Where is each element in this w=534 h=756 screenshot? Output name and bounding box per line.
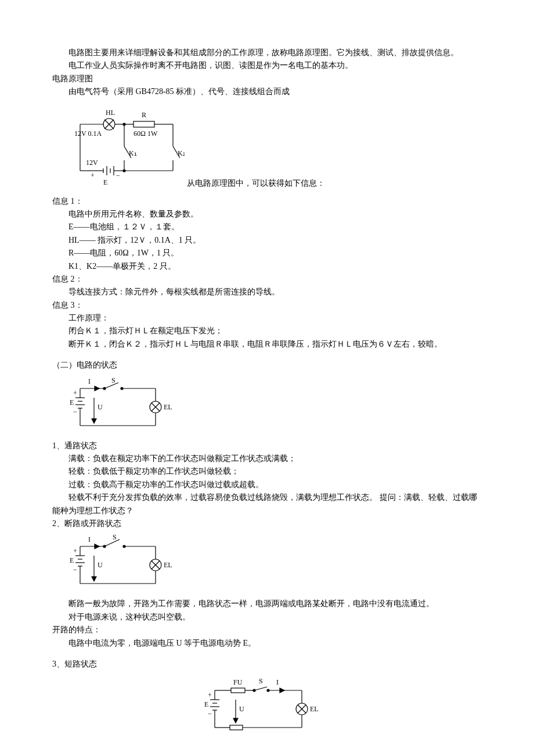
d1-K1: K₁ (129, 149, 137, 157)
info1-p5: K1、K2——单极开关，2 只。 (52, 260, 482, 273)
d1-plus: + (91, 171, 95, 179)
state2-p2: 对于电源来说，这种状态叫空载。 (52, 611, 482, 624)
state1-p4: 轻载不利于充分发挥负载的效率，过载容易使负载过线路烧毁，满载为理想工作状态。 提… (52, 491, 482, 517)
d1-minus: − (116, 171, 120, 179)
d4-minus: − (208, 710, 212, 718)
d3-I: I (88, 535, 91, 543)
d4-S: S (259, 677, 263, 685)
d3-S: S (113, 535, 117, 541)
info3-title: 信息 3： (52, 299, 482, 312)
d1-HL: HL (106, 109, 115, 117)
svg-marker-43 (92, 419, 96, 423)
state3-title: 3、短路状态 (52, 658, 482, 671)
d4-E: E (204, 700, 208, 708)
d2-U: U (98, 403, 103, 411)
d4-I: I (276, 678, 279, 686)
info3-p3: 断开Ｋ１，闭合Ｋ２，指示灯ＨＬ与电阻Ｒ串联，电阻Ｒ串联降压，指示灯ＨＬ电压为６Ｖ… (52, 338, 482, 351)
circuit-diagram-3: I S E + − U EL (68, 535, 482, 593)
d1-12v01a: 12V 0.1A (74, 129, 102, 138)
info1-p2: E——电池组，１２Ｖ，１套。 (52, 221, 482, 233)
d4-U: U (239, 705, 244, 713)
svg-rect-5 (134, 121, 154, 127)
svg-point-22 (123, 123, 125, 125)
svg-line-68 (254, 687, 267, 690)
state2-title: 2、断路或开路状态 (52, 517, 482, 530)
d1-R: R (142, 111, 146, 119)
circuit-diagram-1: HL R 12V 0.1A 60Ω 1W 12V K₁ K₂ + − E (68, 107, 185, 188)
info1-p1: 电路中所用元件名称、数量及参数。 (52, 208, 482, 221)
info1-p4: R——电阻，60Ω，1W，1 只。 (52, 247, 482, 260)
d4-FU: FU (233, 678, 243, 686)
state2-sub: 开路的特点： (52, 624, 482, 636)
d2-plus: + (73, 389, 77, 397)
d2-I: I (88, 377, 91, 386)
intro-p3: 由电气符号（采用 GB4728-85 标准）、代号、连接线组合而成 (52, 85, 482, 98)
d2-E: E (70, 398, 74, 406)
state1-p1: 满载：负载在额定功率下的工作状态叫做额定工作状态或满载； (52, 452, 482, 465)
info1-p3: HL—— 指示灯，12Ｖ，0.1A、1 只。 (52, 234, 482, 247)
d3-minus: − (73, 566, 77, 574)
info1-title: 信息 1： (52, 195, 482, 208)
d3-plus: + (73, 547, 77, 555)
diagram-1-caption: 从电路原理图中，可以获得如下信息： (187, 177, 325, 192)
d1-K2: K₂ (178, 149, 185, 157)
info2-title: 信息 2： (52, 273, 482, 286)
intro-h1: 电路原理图 (52, 73, 482, 85)
state2-p3: 电路中电流为零，电源端电压 U 等于电源电动势 E。 (52, 637, 482, 650)
section2-title: （二）电路的状态 (52, 359, 482, 372)
state1-p2: 轻载：负载低于额定功率的工作状态叫做轻载； (52, 465, 482, 478)
d2-S: S (111, 377, 116, 384)
state2-p1: 断路一般为故障，开路为工作需要，电路状态一样，电源两端或电路某处断开，电路中没有… (52, 597, 482, 610)
d3-E: E (70, 556, 74, 564)
circuit-diagram-4: FU S I E + − U EL (203, 676, 331, 740)
svg-rect-78 (230, 725, 243, 730)
svg-marker-63 (92, 577, 96, 581)
d2-EL: EL (164, 403, 172, 411)
d1-12v: 12V (86, 159, 98, 167)
svg-marker-45 (95, 544, 99, 549)
state1-title: 1、通路状态 (52, 440, 482, 452)
d2-minus: − (73, 408, 77, 416)
circuit-diagram-1-row: HL R 12V 0.1A 60Ω 1W 12V K₁ K₂ + − E 从电路… (52, 102, 482, 193)
info3-p1: 工作原理： (52, 312, 482, 325)
d3-EL: EL (164, 561, 172, 569)
circuit-diagram-2: I S E + − U EL (68, 377, 482, 435)
state1-p3: 过载：负载高于额定功率的工作状态叫做过载或超载。 (52, 478, 482, 491)
info2-p1: 导线连接方式：除元件外，每根实线都是所需连接的导线。 (52, 286, 482, 298)
intro-p1: 电路图主要用来详细理解设备和其组成部分的工作原理，故称电路原理图。它为接线、测试… (52, 46, 482, 59)
svg-line-47 (104, 539, 120, 546)
d1-60ohm: 60Ω 1W (134, 129, 158, 138)
d4-plus: + (208, 691, 212, 699)
svg-point-23 (123, 170, 125, 172)
d4-EL: EL (310, 705, 319, 713)
d3-U: U (98, 561, 103, 569)
info3-p2: 闭合Ｋ１，指示灯ＨＬ在额定电压下发光； (52, 325, 482, 337)
svg-marker-87 (233, 718, 238, 723)
svg-marker-71 (280, 688, 284, 693)
d1-E: E (103, 178, 107, 186)
intro-p2: 电工作业人员实际操作时离不开电路图，识图、读图是作为一名电工的基本功。 (52, 59, 482, 72)
svg-rect-65 (231, 688, 245, 693)
svg-marker-25 (95, 386, 99, 391)
